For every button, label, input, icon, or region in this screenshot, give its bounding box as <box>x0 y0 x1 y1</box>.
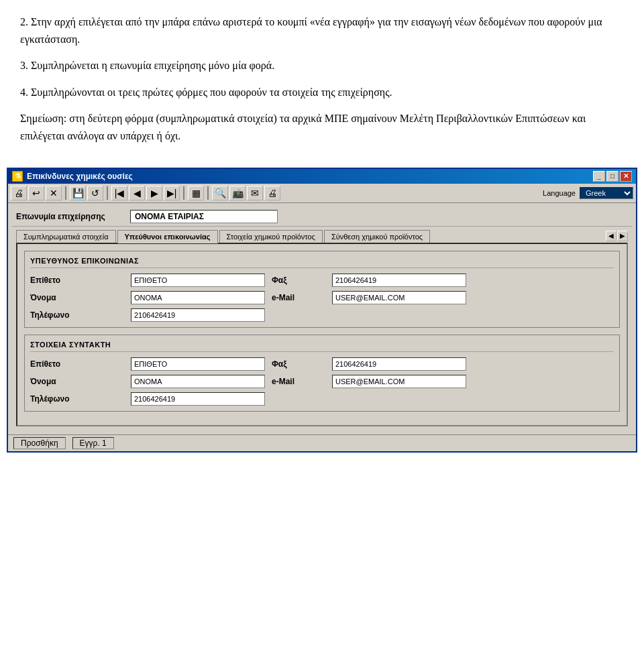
s2-email-label: e-Mail <box>272 377 325 386</box>
toolbar-separator-4 <box>207 186 209 200</box>
s2-fax-input[interactable] <box>332 357 466 371</box>
toolbar-nav-prev-btn[interactable]: ◀ <box>129 186 145 200</box>
s1-phone-input[interactable] <box>131 308 265 322</box>
tab-scroll-left-btn[interactable]: ◀ <box>606 231 616 241</box>
close-button[interactable]: ✕ <box>620 171 632 182</box>
title-bar-left: ⚗ Επικίνδυνες χημικές ουσίες <box>12 171 133 182</box>
s2-firstname-label: Όνομα <box>30 377 124 386</box>
language-label: Language <box>543 189 576 197</box>
paragraph-3: 4. Συμπληρώνονται οι τρεις πρώτες φόρμες… <box>20 84 624 101</box>
title-bar-buttons: _ □ ✕ <box>593 171 632 182</box>
toolbar-print-btn[interactable]: 🖨 <box>11 186 27 200</box>
status-bar: Προσθήκη Εγγρ. 1 <box>8 434 636 451</box>
app-title: Επικίνδυνες χημικές ουσίες <box>27 172 133 181</box>
section-contact-person: ΥΠΕΥΘΥΝΟΣ ΕΠΙΚΟΙΝΩΝΙΑΣ Επίθετο Φαξ Όνομα… <box>24 251 620 328</box>
toolbar-fax-btn[interactable]: 📠 <box>229 186 246 200</box>
tab-chemical-product[interactable]: Στοιχεία χημικού προϊόντος <box>219 230 323 243</box>
s1-email-label: e-Mail <box>272 293 325 302</box>
paragraph-2: 3. Συμπληρώνεται η επωνυμία επιχείρησης … <box>20 57 624 74</box>
section-contact-title: ΥΠΕΥΘΥΝΟΣ ΕΠΙΚΟΙΝΩΝΙΑΣ <box>30 257 614 268</box>
toolbar-refresh-btn[interactable]: ↺ <box>87 186 103 200</box>
s2-lastname-input[interactable] <box>131 357 265 371</box>
section2-form-grid: Επίθετο Φαξ Όνομα e-Mail Τηλέφωνο <box>30 357 614 406</box>
company-row: Επωνυμία επιχείρησης ΟΝΟΜΑ ΕΤΑΙΡΙΑΣ <box>12 207 632 227</box>
toolbar: 🖨 ↩ ✕ 💾 ↺ |◀ ◀ ▶ ▶| ▦ 🔍 📠 ✉ 🖨 Language G… <box>8 184 636 203</box>
section-author-title: ΣΤΟΙΧΕΙΑ ΣΥΝΤΑΚΤΗ <box>30 341 614 352</box>
toolbar-nav-last-btn[interactable]: ▶| <box>164 186 180 200</box>
toolbar-separator-2 <box>107 186 108 200</box>
language-area: Language Greek <box>543 187 633 199</box>
toolbar-nav-next-btn[interactable]: ▶ <box>146 186 162 200</box>
s2-firstname-input[interactable] <box>131 375 265 388</box>
app-window: ⚗ Επικίνδυνες χημικές ουσίες _ □ ✕ 🖨 ↩ ✕… <box>7 168 637 453</box>
section1-form-grid: Επίθετο Φαξ Όνομα e-Mail Τηλέφωνο <box>30 274 614 322</box>
minimize-button[interactable]: _ <box>593 171 605 182</box>
s2-fax-label: Φαξ <box>272 359 325 369</box>
tab-supplementary[interactable]: Συμπληρωματικά στοιχεία <box>16 230 116 243</box>
toolbar-grid-btn[interactable]: ▦ <box>188 186 204 200</box>
section-author: ΣΤΟΙΧΕΙΑ ΣΥΝΤΑΚΤΗ Επίθετο Φαξ Όνομα e-Ma… <box>24 335 620 412</box>
s2-email-input[interactable] <box>332 375 466 388</box>
tab-composition[interactable]: Σύνθεση χημικού προϊόντος <box>324 230 430 243</box>
s1-firstname-label: Όνομα <box>30 293 124 302</box>
page-content: 2. Στην αρχή επιλέγεται από την μπάρα επ… <box>0 0 644 161</box>
toolbar-close-btn[interactable]: ✕ <box>46 186 62 200</box>
s1-phone-label: Τηλέφωνο <box>30 310 124 320</box>
status-record-label: Εγγρ. 1 <box>72 437 114 449</box>
s1-lastname-input[interactable] <box>131 274 265 287</box>
status-add-button[interactable]: Προσθήκη <box>13 437 66 449</box>
tab-contacts[interactable]: Υπεύθυνοι επικοινωνίας <box>117 230 218 243</box>
s2-lastname-label: Επίθετο <box>30 359 124 369</box>
toolbar-save-btn[interactable]: 💾 <box>70 186 86 200</box>
company-label: Επωνυμία επιχείρησης <box>16 212 123 221</box>
tab-scroll-right-btn[interactable]: ▶ <box>617 231 628 241</box>
s1-email-input[interactable] <box>332 291 466 304</box>
s1-lastname-label: Επίθετο <box>30 276 124 285</box>
title-bar: ⚗ Επικίνδυνες χημικές ουσίες _ □ ✕ <box>8 169 636 184</box>
company-value: ΟΝΟΜΑ ΕΤΑΙΡΙΑΣ <box>130 210 278 223</box>
s1-fax-label: Φαξ <box>272 276 325 285</box>
toolbar-search-btn[interactable]: 🔍 <box>212 186 228 200</box>
s1-firstname-input[interactable] <box>131 291 265 304</box>
toolbar-nav-first-btn[interactable]: |◀ <box>111 186 127 200</box>
note-paragraph: Σημείωση: στη δεύτερη φόρμα (συμπληρωματ… <box>20 110 624 144</box>
toolbar-print2-btn[interactable]: 🖨 <box>264 186 280 200</box>
language-select[interactable]: Greek <box>580 187 633 199</box>
s1-fax-input[interactable] <box>332 274 466 287</box>
paragraph-1: 2. Στην αρχή επιλέγεται από την μπάρα επ… <box>20 13 624 48</box>
form-area: Επωνυμία επιχείρησης ΟΝΟΜΑ ΕΤΑΙΡΙΑΣ Συμπ… <box>8 203 636 434</box>
toolbar-mail-btn[interactable]: ✉ <box>247 186 263 200</box>
s2-phone-label: Τηλέφωνο <box>30 394 124 404</box>
toolbar-separator-3 <box>183 186 184 200</box>
s2-phone-input[interactable] <box>131 392 265 406</box>
tabs-row: Συμπληρωματικά στοιχεία Υπεύθυνοι επικοι… <box>12 229 632 243</box>
tab-panel: ΥΠΕΥΘΥΝΟΣ ΕΠΙΚΟΙΝΩΝΙΑΣ Επίθετο Φαξ Όνομα… <box>16 243 628 426</box>
tab-scroll-buttons: ◀ ▶ <box>606 231 628 241</box>
maximize-button[interactable]: □ <box>606 171 619 182</box>
toolbar-separator-1 <box>65 186 66 200</box>
app-icon: ⚗ <box>12 171 23 182</box>
toolbar-back-btn[interactable]: ↩ <box>28 186 44 200</box>
